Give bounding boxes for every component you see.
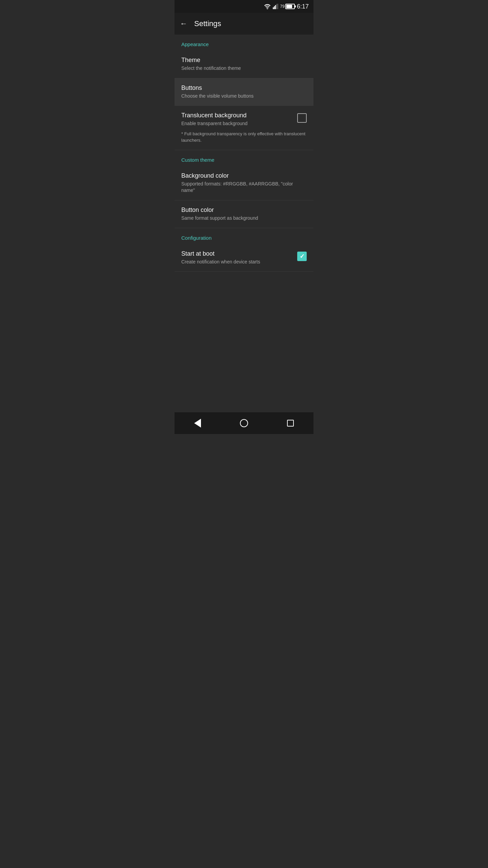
svg-rect-4: [276, 4, 277, 9]
section-header-custom-theme: Custom theme: [175, 150, 313, 166]
nav-recent-icon: [287, 420, 294, 427]
battery-level: 79: [280, 4, 285, 9]
setting-item-theme[interactable]: Theme Select the notification theme: [175, 51, 313, 78]
section-header-configuration: Configuration: [175, 228, 313, 244]
setting-item-button-color-text: Button color Same format support as back…: [181, 206, 307, 222]
setting-item-start-at-boot-text: Start at boot Create notification when d…: [181, 250, 297, 265]
nav-back-button[interactable]: [189, 415, 206, 432]
setting-note-translucent: * Full background transparency is only e…: [181, 131, 307, 144]
setting-desc-translucent: Enable transparent background: [181, 120, 293, 127]
setting-item-theme-text: Theme Select the notification theme: [181, 57, 307, 72]
setting-title-theme: Theme: [181, 57, 303, 64]
svg-point-0: [267, 8, 268, 9]
nav-home-button[interactable]: [236, 415, 252, 432]
svg-rect-1: [273, 7, 274, 9]
checkbox-start-at-boot[interactable]: ✓: [297, 252, 307, 261]
setting-item-background-color[interactable]: Background color Supported formats: #RRG…: [175, 166, 313, 200]
setting-desc-button-color: Same format support as background: [181, 215, 303, 222]
setting-title-start-at-boot: Start at boot: [181, 250, 293, 257]
setting-title-buttons: Buttons: [181, 84, 303, 92]
setting-title-button-color: Button color: [181, 206, 303, 214]
nav-recent-button[interactable]: [282, 415, 299, 432]
signal-icon: [273, 4, 278, 9]
checkmark-icon: ✓: [300, 253, 305, 259]
battery-icon: [285, 4, 295, 9]
back-button[interactable]: ←: [180, 20, 187, 27]
navigation-bar: [175, 412, 313, 434]
setting-title-translucent: Translucent background: [181, 112, 293, 119]
svg-rect-3: [275, 5, 276, 9]
wifi-icon: [264, 4, 271, 9]
setting-desc-start-at-boot: Create notification when device starts: [181, 259, 293, 265]
settings-content: Appearance Theme Select the notification…: [175, 35, 313, 412]
setting-item-buttons-text: Buttons Choose the visible volume button…: [181, 84, 307, 100]
page-title: Settings: [194, 19, 221, 28]
nav-back-icon: [194, 419, 201, 428]
setting-item-button-color[interactable]: Button color Same format support as back…: [175, 200, 313, 228]
setting-item-background-color-text: Background color Supported formats: #RRG…: [181, 172, 307, 194]
setting-desc-buttons: Choose the visible volume buttons: [181, 93, 303, 100]
checkbox-translucent[interactable]: [297, 113, 307, 123]
svg-rect-5: [277, 4, 278, 9]
translucent-top: Translucent background Enable transparen…: [181, 112, 307, 127]
status-time: 6:17: [297, 3, 309, 10]
battery-container: 79: [280, 4, 295, 9]
setting-title-background-color: Background color: [181, 172, 303, 179]
nav-home-icon: [240, 419, 248, 427]
setting-item-start-at-boot[interactable]: Start at boot Create notification when d…: [175, 244, 313, 272]
section-header-appearance: Appearance: [175, 35, 313, 51]
setting-desc-background-color: Supported formats: #RRGGBB, #AARRGGBB, "…: [181, 181, 303, 194]
status-icons: 79 6:17: [264, 3, 309, 10]
setting-item-translucent-text: Translucent background Enable transparen…: [181, 112, 297, 127]
setting-item-buttons[interactable]: Buttons Choose the visible volume button…: [175, 78, 313, 106]
header: ← Settings: [175, 13, 313, 35]
svg-rect-2: [274, 6, 275, 9]
setting-desc-theme: Select the notification theme: [181, 65, 303, 72]
setting-item-translucent[interactable]: Translucent background Enable transparen…: [175, 106, 313, 150]
status-bar: 79 6:17: [175, 0, 313, 13]
